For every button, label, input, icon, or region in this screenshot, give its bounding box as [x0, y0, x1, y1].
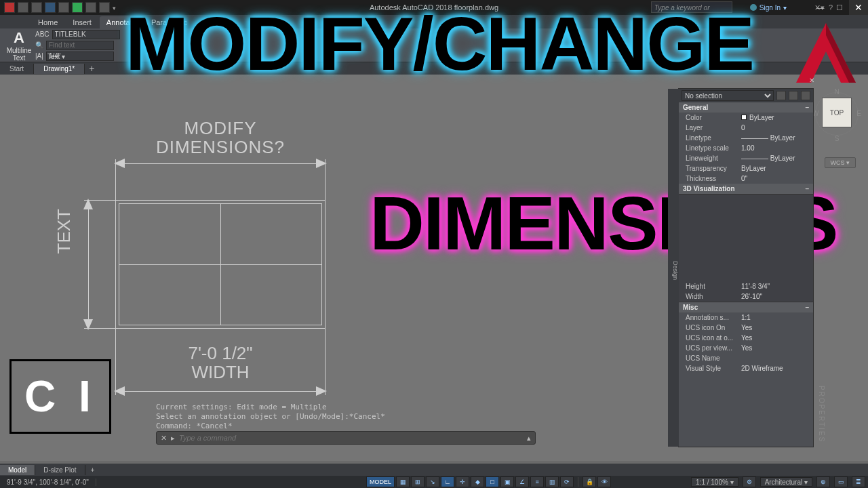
rectangle-object[interactable]: [115, 200, 326, 329]
property-value[interactable]: ByLayer: [741, 165, 813, 172]
command-line[interactable]: ✕ ▴: [156, 431, 536, 445]
viewcube-top[interactable]: TOP: [822, 98, 852, 127]
status-scale[interactable]: 1:1 / 100% ▾: [691, 477, 738, 487]
property-row[interactable]: Layer0: [679, 123, 813, 133]
property-value[interactable]: 1.00: [741, 144, 813, 152]
viewcube-n[interactable]: N: [814, 88, 860, 96]
section-general[interactable]: General–: [679, 102, 813, 113]
layout-add-button[interactable]: +: [85, 466, 100, 474]
clean-screen-icon[interactable]: ▭: [834, 476, 848, 487]
find-text-input[interactable]: [46, 41, 114, 50]
annoscale-icon[interactable]: 🔒: [583, 476, 596, 487]
lineweight-toggle-icon[interactable]: ≡: [530, 476, 544, 487]
status-model-button[interactable]: MODEL: [366, 476, 395, 487]
annovis-icon[interactable]: 👁: [597, 476, 611, 487]
toggle-pickadd-icon[interactable]: [801, 91, 810, 100]
workspace-icon[interactable]: ⊕: [816, 476, 830, 487]
property-row[interactable]: Linetype———— ByLayer: [679, 133, 813, 143]
property-value[interactable]: 11'-8 3/4": [741, 283, 813, 290]
tab-insert[interactable]: Insert: [66, 16, 98, 28]
cmd-close-icon[interactable]: ✕: [161, 434, 167, 443]
property-row[interactable]: Height11'-8 3/4": [679, 281, 813, 291]
viewcube-s[interactable]: S: [814, 135, 860, 142]
redo-icon[interactable]: [99, 2, 110, 13]
property-value[interactable]: ByLayer: [741, 114, 813, 121]
help-search-input[interactable]: Type a keyword or phrase: [651, 1, 732, 13]
property-row[interactable]: UCS Name: [679, 353, 813, 363]
3dosnap-toggle-icon[interactable]: ▣: [500, 476, 514, 487]
property-row[interactable]: ColorByLayer: [679, 113, 813, 123]
property-value[interactable]: 26'-10": [741, 293, 813, 300]
property-row[interactable]: UCS icon at o...Yes: [679, 333, 813, 343]
otrack-toggle-icon[interactable]: ∠: [515, 476, 529, 487]
property-value[interactable]: Yes: [741, 324, 813, 331]
close-button[interactable]: ✕: [849, 0, 868, 15]
property-row[interactable]: Lineweight———— ByLayer: [679, 153, 813, 163]
app-menu-icon[interactable]: [4, 2, 15, 13]
saveas-icon[interactable]: [58, 2, 69, 13]
layout-model[interactable]: Model: [0, 465, 35, 475]
command-input[interactable]: [179, 434, 523, 442]
tab-drawing1[interactable]: Drawing1*: [34, 64, 85, 74]
plot-icon[interactable]: [72, 2, 83, 13]
panel-label-text[interactable]: Text ▾: [47, 53, 65, 60]
multiline-text-button[interactable]: A Multiline Text: [5, 29, 33, 62]
signin-button[interactable]: Sign In ▾: [750, 0, 787, 15]
viewcube[interactable]: N W E TOP S: [814, 88, 860, 156]
section-3dviz[interactable]: 3D Visualization–: [679, 184, 813, 194]
tab-parametric[interactable]: Parametric: [144, 16, 194, 28]
property-row[interactable]: TransparencyByLayer: [679, 163, 813, 174]
tab-start[interactable]: Start: [0, 64, 34, 74]
minimize-button[interactable]: —: [811, 0, 830, 15]
cycling-toggle-icon[interactable]: ⟳: [560, 476, 574, 487]
customize-icon[interactable]: ≣: [852, 476, 865, 487]
quick-select-icon[interactable]: [776, 91, 786, 100]
property-value[interactable]: 2D Wireframe: [741, 365, 813, 372]
snap-toggle-icon[interactable]: ⊞: [411, 476, 425, 487]
property-row[interactable]: UCS icon OnYes: [679, 323, 813, 333]
wcs-dropdown[interactable]: WCS ▾: [825, 157, 856, 168]
section-misc[interactable]: Misc–: [679, 302, 813, 312]
grid-toggle-icon[interactable]: ▦: [396, 476, 410, 487]
status-coords[interactable]: 91'-9 3/4", 100'-8 1/4", 0'-0": [0, 479, 96, 486]
property-row[interactable]: UCS per view...Yes: [679, 343, 813, 353]
iso-toggle-icon[interactable]: ◆: [471, 476, 484, 487]
open-icon[interactable]: [31, 2, 42, 13]
polar-toggle-icon[interactable]: ✛: [456, 476, 469, 487]
gear-icon[interactable]: ⚙: [743, 476, 756, 487]
property-row[interactable]: Thickness0": [679, 174, 813, 184]
tab-home[interactable]: Home: [31, 16, 64, 28]
cmd-expand-icon[interactable]: ▴: [527, 434, 531, 443]
dimension-top[interactable]: MODIFYDIMENSIONS?: [115, 119, 326, 193]
viewcube-e[interactable]: E: [856, 110, 861, 117]
palette-close-icon[interactable]: ✕: [809, 77, 814, 84]
undo-icon[interactable]: [85, 2, 96, 13]
infer-toggle-icon[interactable]: ↘: [426, 476, 439, 487]
property-row[interactable]: Annotation s...1:1: [679, 312, 813, 323]
property-row[interactable]: Linetype scale1.00: [679, 143, 813, 153]
text-style-input[interactable]: [52, 30, 120, 39]
property-row[interactable]: Width26'-10": [679, 291, 813, 302]
property-row[interactable]: Visual Style2D Wireframe: [679, 363, 813, 373]
property-value[interactable]: 0: [741, 124, 813, 131]
status-units[interactable]: Architectural ▾: [760, 477, 812, 487]
tab-annotate[interactable]: Annotate: [100, 16, 143, 28]
save-icon[interactable]: [45, 2, 56, 13]
dimension-left[interactable]: TEXT: [68, 200, 108, 329]
selection-dropdown[interactable]: No selection: [682, 90, 774, 101]
new-tab-button[interactable]: +: [85, 63, 98, 74]
transparency-toggle-icon[interactable]: ▥: [545, 476, 559, 487]
qat-dropdown-icon[interactable]: [113, 3, 116, 12]
palette-side-tab[interactable]: Design: [668, 89, 679, 447]
property-value[interactable]: ———— ByLayer: [741, 134, 813, 142]
property-value[interactable]: Yes: [741, 344, 813, 352]
property-value[interactable]: 0": [741, 175, 813, 182]
property-value[interactable]: Yes: [741, 334, 813, 342]
select-objects-icon[interactable]: [789, 91, 798, 100]
osnap-toggle-icon[interactable]: □: [486, 476, 499, 487]
property-value[interactable]: 1:1: [741, 314, 813, 321]
ortho-toggle-icon[interactable]: ∟: [441, 476, 454, 487]
maximize-button[interactable]: ☐: [830, 0, 849, 15]
layout-dsize[interactable]: D-size Plot: [35, 465, 85, 475]
new-icon[interactable]: [18, 2, 28, 13]
